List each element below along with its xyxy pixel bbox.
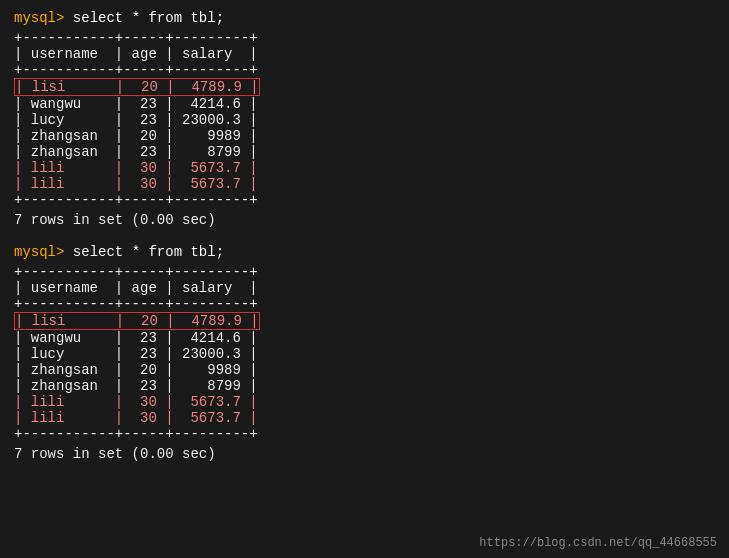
prompt-line-1: mysql> select * from tbl;: [14, 10, 715, 26]
prompt-1: mysql>: [14, 10, 64, 26]
data-row-2-5: | zhangsan | 23 | 8799 |: [14, 378, 715, 394]
data-row-1-2: | wangwu | 23 | 4214.6 |: [14, 96, 715, 112]
border-mid-2: +-----------+-----+---------+: [14, 296, 715, 312]
data-row-1-4: | zhangsan | 20 | 9989 |: [14, 128, 715, 144]
data-row-1-3: | lucy | 23 | 23000.3 |: [14, 112, 715, 128]
border-top-2: +-----------+-----+---------+: [14, 264, 715, 280]
highlighted-row-1: | lisi | 20 | 4789.9 |: [14, 78, 260, 96]
header-1: | username | age | salary |: [14, 46, 715, 62]
query-block-1: mysql> select * from tbl; +-----------+-…: [14, 10, 715, 228]
data-row-2-3: | lucy | 23 | 23000.3 |: [14, 346, 715, 362]
command-1: select * from tbl;: [64, 10, 224, 26]
data-row-1-5: | zhangsan | 23 | 8799 |: [14, 144, 715, 160]
border-mid-1: +-----------+-----+---------+: [14, 62, 715, 78]
highlighted-row-wrapper-1: | lisi | 20 | 4789.9 |: [14, 78, 715, 96]
watermark: https://blog.csdn.net/qq_44668555: [479, 536, 717, 550]
prompt-line-2: mysql> select * from tbl;: [14, 244, 715, 260]
highlighted-row-2: | lisi | 20 | 4789.9 |: [14, 312, 260, 330]
border-top-1: +-----------+-----+---------+: [14, 30, 715, 46]
highlighted-row-wrapper-2: | lisi | 20 | 4789.9 |: [14, 312, 715, 330]
data-row-2-6: | lili | 30 | 5673.7 |: [14, 394, 715, 410]
data-row-1-6: | lili | 30 | 5673.7 |: [14, 160, 715, 176]
result-2: 7 rows in set (0.00 sec): [14, 446, 715, 462]
data-row-1-7: | lili | 30 | 5673.7 |: [14, 176, 715, 192]
data-row-2-4: | zhangsan | 20 | 9989 |: [14, 362, 715, 378]
header-2: | username | age | salary |: [14, 280, 715, 296]
result-1: 7 rows in set (0.00 sec): [14, 212, 715, 228]
terminal-window: mysql> select * from tbl; +-----------+-…: [14, 10, 715, 462]
table-1: +-----------+-----+---------+ | username…: [14, 30, 715, 208]
command-2: select * from tbl;: [64, 244, 224, 260]
query-block-2: mysql> select * from tbl; +-----------+-…: [14, 244, 715, 462]
border-bot-2: +-----------+-----+---------+: [14, 426, 715, 442]
data-row-2-2: | wangwu | 23 | 4214.6 |: [14, 330, 715, 346]
data-row-2-7: | lili | 30 | 5673.7 |: [14, 410, 715, 426]
prompt-2: mysql>: [14, 244, 64, 260]
border-bot-1: +-----------+-----+---------+: [14, 192, 715, 208]
table-2: +-----------+-----+---------+ | username…: [14, 264, 715, 442]
